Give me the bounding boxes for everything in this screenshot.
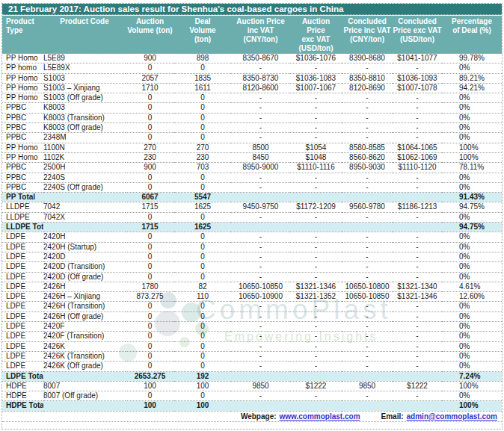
table-row: PPBCK8003 (Off grade)00----0% — [2, 123, 502, 133]
cell-concluded-price-inc-vat: - — [342, 113, 393, 123]
cell-product-type: LDPE — [2, 332, 43, 341]
cell-auction-volume: 0 — [126, 362, 174, 371]
cell-deal-volume: 0 — [174, 123, 231, 133]
cell-auction-price-exc-vat: - — [290, 302, 342, 311]
cell-auction-price-inc-vat: - — [231, 173, 290, 182]
cell-deal-percentage: 0% — [442, 351, 502, 361]
cell-deal-volume: 1611 — [174, 83, 231, 93]
auction-results-table: Product Type Product Code Auction Volume… — [2, 16, 502, 412]
webpage-link[interactable]: www.commoplast.com — [280, 412, 360, 421]
cell-auction-price-inc-vat: - — [231, 113, 290, 123]
table-row: PP HomoL5E899008988350-8670$1036-1076839… — [2, 54, 502, 63]
cell-product-code: 2420H (Startup) — [43, 242, 126, 252]
cell-auction-price-inc-vat: - — [231, 103, 290, 113]
table-row: PP homoL5E89X00----0% — [2, 63, 502, 73]
cell-deal-percentage: 94.75% — [442, 202, 502, 212]
cell-product-type: LDPE — [2, 302, 43, 311]
cell-auction-price-exc-vat: - — [290, 391, 342, 401]
cell-deal-volume: 192 — [174, 371, 231, 381]
cell-concluded-price-inc-vat: - — [342, 332, 393, 341]
cell-deal-volume: 0 — [174, 341, 231, 351]
cell-concluded-price-inc-vat: - — [342, 232, 393, 242]
cell-concluded-price-exc-vat: - — [393, 332, 442, 341]
cell-deal-percentage: 0% — [442, 272, 502, 282]
cell-auction-price-inc-vat: - — [231, 242, 290, 252]
cell-auction-volume: 0 — [126, 93, 174, 103]
cell-auction-volume: 0 — [126, 123, 174, 133]
cell-auction-price-exc-vat — [290, 371, 342, 381]
table-row: LDPE2420D00----0% — [2, 252, 502, 261]
cell-auction-volume: 900 — [126, 54, 174, 63]
cell-product-code: 2426H (Transition) — [43, 302, 126, 311]
cell-concluded-price-inc-vat: - — [342, 103, 393, 113]
cell-auction-price-inc-vat: 8350-8670 — [231, 54, 290, 63]
cell-concluded-price-inc-vat: - — [342, 351, 393, 361]
total-row: PP Total6067554791.43% — [2, 193, 502, 202]
cell-auction-volume: 6067 — [126, 193, 174, 202]
cell-concluded-price-exc-vat: - — [393, 252, 442, 261]
cell-concluded-price-inc-vat: - — [342, 311, 393, 321]
table-row: PP Homo1100N2702708500$10548580-8585$106… — [2, 143, 502, 152]
cell-deal-percentage: 0% — [442, 362, 502, 371]
cell-auction-volume: 0 — [126, 262, 174, 272]
cell-deal-percentage: 0% — [442, 391, 502, 401]
total-row: LDPE Total2653.2751927.24% — [2, 371, 502, 381]
cell-auction-price-exc-vat: $1054 — [290, 143, 342, 152]
cell-product-code: 2426K — [43, 341, 126, 351]
cell-concluded-price-inc-vat: - — [342, 123, 393, 133]
cell-product-code: 2420F (Transition) — [43, 332, 126, 341]
cell-concluded-price-inc-vat: 8950-9030 — [342, 163, 393, 173]
cell-deal-volume: 0 — [174, 133, 231, 143]
cell-auction-volume: 0 — [126, 212, 174, 222]
table-row: LDPE2426H (Off grade)00----0% — [2, 311, 502, 321]
cell-product-type: LLDPE Total — [2, 223, 43, 232]
cell-concluded-price-exc-vat: - — [393, 232, 442, 242]
table-row: LDPE2426H – Xinjiang873.27511010650-1090… — [2, 292, 502, 302]
cell-auction-price-inc-vat: - — [231, 332, 290, 341]
cell-auction-price-exc-vat: $1321-1346 — [290, 282, 342, 291]
cell-concluded-price-exc-vat: - — [393, 242, 442, 252]
cell-concluded-price-inc-vat — [342, 193, 393, 202]
cell-auction-price-inc-vat: - — [231, 272, 290, 282]
table-row: LDPE2426H (Transition)00----0% — [2, 302, 502, 311]
cell-concluded-price-exc-vat: $1321-1346 — [393, 292, 442, 302]
cell-auction-price-exc-vat: - — [290, 63, 342, 73]
cell-auction-price-exc-vat: - — [290, 173, 342, 182]
cell-product-code: K8003 (Transition) — [43, 113, 126, 123]
cell-concluded-price-inc-vat — [342, 401, 393, 411]
table-row: LLDPE7042X00----0% — [2, 212, 502, 222]
cell-auction-price-inc-vat: 10650-10850 — [231, 282, 290, 291]
cell-product-code: S1003 — [43, 73, 126, 83]
cell-product-code: 2240S (Off grade) — [43, 182, 126, 192]
table-row: LDPE2420H00----0% — [2, 232, 502, 242]
column-header-auction-volume: Auction Volume (ton) — [126, 16, 174, 54]
cell-concluded-price-inc-vat: - — [342, 302, 393, 311]
cell-deal-volume: 0 — [174, 182, 231, 192]
cell-auction-price-exc-vat — [290, 223, 342, 232]
cell-product-code: S1003 – Xinjiang — [43, 83, 126, 93]
cell-auction-volume: 873.275 — [126, 292, 174, 302]
cell-deal-percentage: 0% — [442, 311, 502, 321]
column-header-product-type: Product Type — [2, 16, 43, 54]
cell-product-type: PP Homo — [2, 54, 43, 63]
email-link[interactable]: admin@commoplast.com — [407, 412, 497, 421]
cell-deal-percentage: 0% — [442, 113, 502, 123]
table-row: LDPE2426K (Off grade)00----0% — [2, 362, 502, 371]
cell-product-code — [43, 371, 126, 381]
cell-product-code: 7042 — [43, 202, 126, 212]
cell-product-type: HDPE Total — [2, 401, 43, 411]
cell-auction-price-inc-vat: - — [231, 351, 290, 361]
cell-auction-price-inc-vat: - — [231, 252, 290, 261]
cell-product-type: LDPE — [2, 351, 43, 361]
cell-deal-percentage: 0% — [442, 133, 502, 143]
cell-deal-percentage: 0% — [442, 173, 502, 182]
cell-auction-volume: 2653.275 — [126, 371, 174, 381]
cell-deal-volume: 0 — [174, 93, 231, 103]
cell-auction-price-inc-vat: - — [231, 182, 290, 192]
cell-product-code: 1102K — [43, 152, 126, 162]
total-row: LLDPE Total1715162594.75% — [2, 223, 502, 232]
cell-deal-volume: 0 — [174, 242, 231, 252]
cell-deal-volume: 0 — [174, 113, 231, 123]
cell-deal-volume: 0 — [174, 272, 231, 282]
cell-auction-price-exc-vat: $1321-1352 — [290, 292, 342, 302]
